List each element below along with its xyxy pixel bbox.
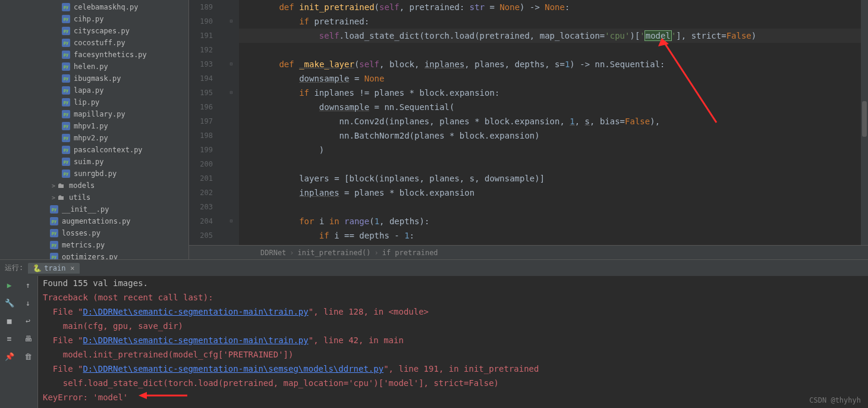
close-icon[interactable]: × (70, 264, 74, 272)
file-item[interactable]: pymhpv2.py (0, 132, 188, 144)
chevron-right-icon: › (374, 246, 378, 260)
pin-icon[interactable]: 📌 (0, 347, 19, 365)
file-item[interactable]: pymetrics.py (0, 239, 188, 251)
file-name: lip.py (74, 98, 99, 106)
python-icon: py (62, 98, 70, 106)
file-name: optimizers.py (62, 253, 118, 259)
file-name: augmentations.py (62, 217, 131, 225)
file-item[interactable]: pycityscapes.py (0, 25, 188, 37)
breadcrumb[interactable]: DDRNet › init_pretrained() › if pretrain… (189, 245, 868, 259)
python-icon: py (62, 39, 70, 47)
code-area[interactable]: def init_pretrained(self, pretrained: st… (239, 0, 868, 245)
python-icon: py (50, 229, 58, 237)
file-name: ibugmask.py (74, 74, 121, 83)
file-name: mhpv1.py (74, 122, 108, 130)
file-item[interactable]: pyibugmask.py (0, 73, 188, 84)
file-item[interactable]: pylosses.py (0, 227, 188, 239)
trash-icon[interactable]: 🗑 (19, 347, 38, 365)
file-name: sunrgbd.py (74, 170, 117, 178)
file-name: cocostuff.py (74, 39, 125, 47)
python-icon: py (62, 146, 70, 154)
file-name: mhpv2.py (74, 134, 108, 142)
stacktrace-link[interactable]: D:\DDRNet\semantic-segmentation-main\tra… (83, 307, 308, 316)
python-icon: py (62, 62, 70, 71)
python-icon: py (62, 158, 70, 166)
stop-icon[interactable]: ■ (0, 312, 19, 329)
stack-icon[interactable]: ≡ (0, 329, 19, 347)
editor-scrollbar[interactable] (861, 0, 868, 245)
file-item[interactable]: pymapillary.py (0, 108, 188, 120)
file-item[interactable]: py__init__.py (0, 203, 188, 215)
folder-item[interactable]: >🖿utils (0, 192, 188, 203)
folder-icon: 🖿 (57, 193, 65, 202)
file-name: losses.py (62, 229, 100, 237)
python-icon: py (62, 27, 70, 35)
file-name: facesynthetics.py (74, 51, 147, 59)
file-item[interactable]: pycocostuff.py (0, 37, 188, 49)
wrap-icon[interactable]: ↩ (19, 312, 38, 329)
arrow-down-icon[interactable]: ↓ (19, 294, 38, 312)
python-icon: py (62, 3, 70, 11)
file-name: mapillary.py (74, 110, 125, 118)
line-gutter: 1891901911921931941951961971981992002012… (189, 0, 224, 245)
python-icon: py (62, 170, 70, 178)
folder-item[interactable]: >🖿models (0, 180, 188, 192)
print-icon[interactable]: 🖶 (19, 329, 38, 347)
wrench-icon[interactable]: 🔧 (0, 294, 19, 312)
file-name: helen.py (74, 62, 108, 71)
run-tab[interactable]: 🐍 train × (28, 263, 79, 274)
watermark: CSDN @thyhyh (809, 396, 861, 404)
project-tree[interactable]: pycelebamaskhq.pypycihp.pypycityscapes.p… (0, 0, 189, 259)
file-name: __init__.py (62, 205, 109, 214)
run-bar: 运行: 🐍 train × (0, 259, 868, 276)
stacktrace-link[interactable]: D:\DDRNet\semantic-segmentation-main\sem… (83, 364, 383, 374)
file-item[interactable]: pysunrgbd.py (0, 168, 188, 180)
file-item[interactable]: pylapa.py (0, 84, 188, 96)
python-icon: py (50, 241, 58, 249)
python-icon: py (50, 253, 58, 259)
breadcrumb-item[interactable]: DDRNet (260, 246, 286, 260)
file-item[interactable]: pycihp.py (0, 13, 188, 25)
python-icon: py (62, 74, 70, 83)
python-icon: py (62, 86, 70, 95)
run-tab-title: train (44, 264, 65, 272)
python-icon: py (62, 51, 70, 59)
breadcrumb-item[interactable]: if pretrained (382, 246, 438, 260)
breadcrumb-item[interactable]: init_pretrained() (298, 246, 371, 260)
python-icon: py (50, 205, 58, 214)
console-output[interactable]: Found 155 val images.Traceback (most rec… (38, 276, 868, 408)
file-item[interactable]: pymhpv1.py (0, 120, 188, 132)
python-icon: py (62, 15, 70, 23)
file-name: models (69, 181, 95, 190)
file-name: suim.py (74, 158, 104, 166)
python-icon: py (62, 134, 70, 142)
code-editor[interactable]: 1891901911921931941951961971981992002012… (189, 0, 868, 245)
fold-column[interactable]: ⊟⊟⊟⊟ (224, 0, 239, 245)
play-icon[interactable]: ▶ (0, 276, 19, 294)
file-item[interactable]: pycelebamaskhq.py (0, 1, 188, 13)
file-name: metrics.py (62, 241, 105, 249)
python-icon: py (50, 217, 58, 225)
chevron-right-icon: › (290, 246, 294, 260)
stacktrace-link[interactable]: D:\DDRNet\semantic-segmentation-main\tra… (83, 335, 308, 345)
python-icon: py (62, 110, 70, 118)
file-item[interactable]: pyfacesynthetics.py (0, 49, 188, 61)
file-name: pascalcontext.py (74, 146, 143, 154)
file-name: cityscapes.py (74, 27, 130, 35)
file-name: utils (69, 193, 90, 202)
file-item[interactable]: pyaugmentations.py (0, 215, 188, 227)
file-item[interactable]: pypascalcontext.py (0, 144, 188, 156)
file-name: lapa.py (74, 86, 104, 95)
file-name: cihp.py (74, 15, 104, 23)
file-item[interactable]: pyhelen.py (0, 61, 188, 73)
arrow-up-icon[interactable]: ↑ (19, 276, 38, 294)
folder-icon: 🖿 (57, 181, 65, 190)
console-toolbar: ▶ ↑ 🔧 ↓ ■ ↩ ≡ 🖶 📌 🗑 (0, 276, 38, 408)
file-name: celebamaskhq.py (74, 3, 138, 11)
run-label: 运行: (5, 263, 23, 273)
file-item[interactable]: pylip.py (0, 96, 188, 108)
file-item[interactable]: pyoptimizers.py (0, 251, 188, 259)
python-icon: py (62, 122, 70, 130)
file-item[interactable]: pysuim.py (0, 156, 188, 168)
python-icon: 🐍 (33, 264, 42, 272)
